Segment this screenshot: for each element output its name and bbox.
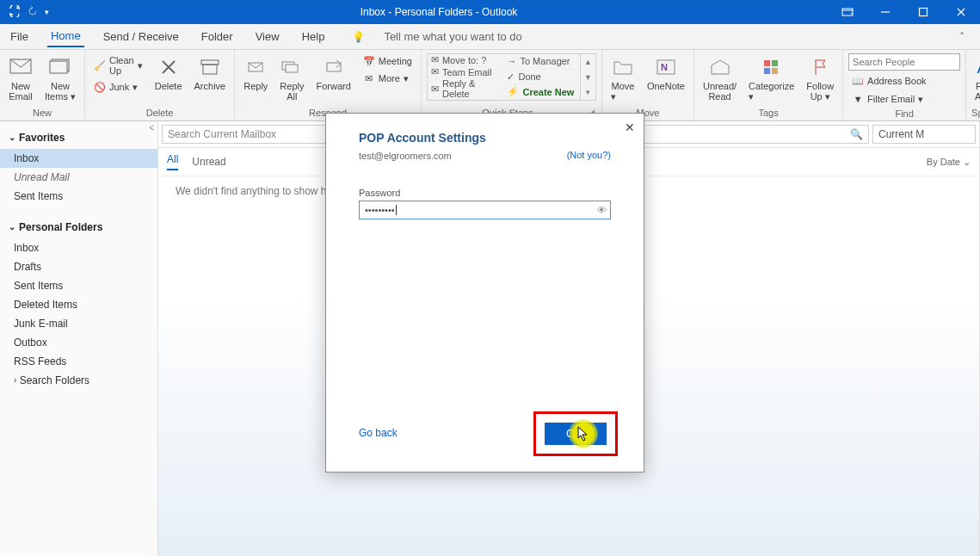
svg-rect-1 [920,9,928,16]
tab-home[interactable]: Home [47,26,84,47]
move-button[interactable]: Move▾ [607,53,638,104]
search-scope-dropdown[interactable]: Current M [872,125,976,144]
collapse-ribbon-icon[interactable]: ˄ [959,31,965,43]
read-aloud-icon: A))) [975,55,980,79]
more-icon: ✉ [363,72,375,84]
nav-sent-favorite[interactable]: Sent Items [0,187,157,206]
address-book-label: Address Book [867,76,926,86]
book-icon: 📖 [852,75,864,87]
password-input[interactable]: ••••••••• 👁 [359,201,611,219]
svg-rect-10 [327,63,341,71]
svg-rect-9 [286,65,298,72]
nav-search-folders[interactable]: › Search Folders [0,371,157,390]
reply-all-button[interactable]: Reply All [276,53,307,103]
reply-all-label: Reply All [280,81,304,102]
tell-me-icon[interactable]: 💡 [352,31,365,43]
svg-rect-16 [772,68,778,74]
delete-label: Delete [155,81,182,91]
followup-button[interactable]: Follow Up ▾ [803,53,837,104]
categorize-icon [760,55,784,79]
tab-folder[interactable]: Folder [198,27,237,46]
meeting-button[interactable]: 📅Meeting [360,53,416,69]
chevron-down-icon: ⌄ [9,133,15,142]
qs-createnew[interactable]: ⚡ Create New [503,84,580,100]
read-aloud-button[interactable]: A)))Read Aloud [971,53,980,103]
categorize-button[interactable]: Categorize▾ [745,53,798,104]
filter-unread[interactable]: Unread [192,156,225,168]
new-items-button[interactable]: New Items ▾ [41,53,79,104]
nav-rss[interactable]: RSS Feeds [0,352,157,371]
tab-file[interactable]: File [7,27,32,46]
junk-button[interactable]: 🚫Junk ▾ [90,79,146,95]
delete-button[interactable]: Delete [151,53,186,93]
dialog-email-address: test@elgroomers.com [359,151,452,161]
connect-button[interactable]: Con [545,423,607,445]
go-back-link[interactable]: Go back [359,427,398,439]
nav-sent[interactable]: Sent Items [0,276,157,295]
sort-by-dropdown[interactable]: By Date ⌄ [927,157,971,168]
nav-inbox-favorite[interactable]: Inbox [0,149,157,168]
tab-help[interactable]: Help [299,27,329,46]
unread-read-button[interactable]: Unread/ Read [700,53,740,103]
minimize-button[interactable] [866,0,904,24]
nav-deleted[interactable]: Deleted Items [0,295,157,314]
nav-inbox[interactable]: Inbox [0,238,157,257]
filter-all[interactable]: All [167,153,178,170]
reply-all-icon [280,55,304,79]
svg-rect-14 [772,60,778,66]
nav-drafts[interactable]: Drafts [0,257,157,276]
tab-view[interactable]: View [252,27,283,46]
qs-done[interactable]: ✓ Done [503,70,580,85]
not-you-link[interactable]: (Not you?) [567,150,611,160]
maximize-button[interactable] [904,0,942,24]
cleanup-label: Clean Up [109,55,134,76]
filter-email-label: Filter Email [867,94,915,104]
personal-folders-section[interactable]: ⌄Personal Folders [0,216,157,238]
forward-label: Forward [316,81,350,91]
search-people-input[interactable] [848,53,960,71]
undo-icon[interactable] [28,6,38,19]
ribbon-group-speech: A)))Read Aloud Speech [966,50,980,120]
more-respond-button[interactable]: ✉More ▾ [360,71,416,86]
tab-send-receive[interactable]: Send / Receive [100,27,182,46]
quick-steps-box[interactable]: ✉ Move to: ? ✉ Team Email ✉ Reply & Dele… [427,53,596,101]
dialog-title: POP Account Settings [359,131,611,145]
window-title: Inbox - Personal Folders - Outlook [49,6,829,18]
chevron-down-icon: ⌄ [9,222,15,232]
address-book-button[interactable]: 📖Address Book [848,73,960,89]
ribbon-group-new: New Email New Items ▾ New [0,50,85,120]
sendreceive-icon[interactable] [9,5,21,20]
qs-moveto[interactable]: ✉ Move to: ? [428,54,504,66]
qs-up-icon[interactable]: ▲ [580,54,595,70]
svg-rect-15 [764,68,770,74]
pop-account-settings-dialog: ✕ POP Account Settings test@elgroomers.c… [325,113,644,473]
show-password-icon[interactable]: 👁 [597,205,607,215]
search-placeholder: Search Current Mailbox [168,128,276,140]
archive-button[interactable]: Archive [191,53,230,93]
reply-icon [243,55,268,79]
nav-junk[interactable]: Junk E-mail [0,314,157,333]
tell-me-input[interactable]: Tell me what you want to do [380,27,525,46]
favorites-section[interactable]: ⌄Favorites [0,127,157,149]
qs-replydel[interactable]: ✉ Reply & Delete [428,78,504,100]
ribbon-group-quicksteps: ✉ Move to: ? ✉ Team Email ✉ Reply & Dele… [422,50,602,120]
qs-tomanager[interactable]: → To Manager [503,54,580,70]
ribbon-find-label: Find [848,107,960,121]
reply-button[interactable]: Reply [240,53,271,93]
forward-button[interactable]: Forward [312,53,354,93]
cleanup-button[interactable]: 🧹Clean Up ▾ [90,53,146,77]
dialog-close-button[interactable]: ✕ [625,120,635,134]
qs-teamemail[interactable]: ✉ Team Email [428,66,504,78]
close-button[interactable] [942,0,980,24]
nav-unread-mail[interactable]: Unread Mail [0,168,157,187]
nav-outbox[interactable]: Outbox [0,333,157,352]
qs-expand-icon[interactable]: ▾ [580,84,595,100]
qs-down-icon[interactable]: ▼ [580,70,595,85]
ribbon-new-label: New [5,106,79,120]
ribbon-group-move: Move▾ NOneNote Move [602,50,694,120]
filter-email-button[interactable]: ▼Filter Email ▾ [848,91,960,107]
ribbon-options-icon[interactable] [829,0,866,24]
nav-collapse-icon[interactable]: < [149,123,154,133]
onenote-button[interactable]: NOneNote [644,53,688,93]
new-email-button[interactable]: New Email [5,53,36,103]
